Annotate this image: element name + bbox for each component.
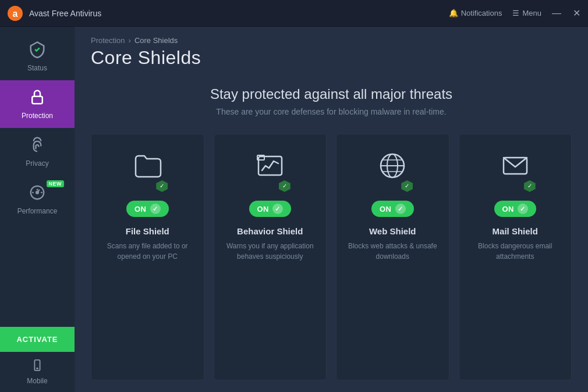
- sidebar-item-status[interactable]: Status: [0, 33, 75, 80]
- svg-point-4: [36, 191, 38, 194]
- shields-grid: ✓ ON ✓ File Shield Scans any file added …: [75, 134, 588, 392]
- lock-icon: [29, 88, 46, 108]
- minimize-button[interactable]: —: [552, 9, 561, 18]
- breadcrumb-separator: ›: [129, 36, 131, 45]
- mail-shield-name: Mail Shield: [493, 226, 538, 236]
- behavior-shield-check: ✓: [278, 180, 291, 193]
- hero-section: Stay protected against all major threats…: [75, 80, 588, 134]
- mail-shield-card[interactable]: ✓ ON ✓ Mail Shield Blocks dangerous emai…: [459, 134, 572, 380]
- file-shield-status: ON: [134, 205, 147, 213]
- sidebar-item-protection[interactable]: Protection: [0, 80, 75, 128]
- breadcrumb-current: Core Shields: [134, 36, 178, 45]
- menu-button[interactable]: ☰ Menu: [512, 9, 541, 17]
- page-title: Core Shields: [75, 45, 588, 80]
- file-shield-card[interactable]: ✓ ON ✓ File Shield Scans any file added …: [91, 134, 204, 380]
- web-shield-check-circle: ✓: [395, 204, 406, 214]
- behavior-shield-icon-wrap: ✓: [249, 151, 291, 193]
- bell-icon: 🔔: [449, 9, 458, 17]
- file-shield-check: ✓: [155, 180, 168, 193]
- hamburger-icon: ☰: [512, 9, 519, 17]
- sidebar: Status Protection: [0, 27, 75, 392]
- mail-shield-desc: Blocks dangerous email attachments: [469, 241, 562, 262]
- avast-logo: a: [7, 5, 23, 22]
- web-shield-toggle[interactable]: ON ✓: [371, 201, 414, 217]
- file-shield-name: File Shield: [126, 226, 169, 236]
- file-shield-desc: Scans any file added to or opened on you…: [101, 241, 194, 262]
- web-shield-card[interactable]: ✓ ON ✓ Web Shield Blocks web attacks & u…: [336, 134, 449, 380]
- mail-shield-toggle[interactable]: ON ✓: [494, 201, 537, 217]
- web-shield-check: ✓: [401, 180, 413, 193]
- mobile-icon: [31, 359, 44, 373]
- shield-check-icon: [29, 41, 46, 60]
- web-shield-name: Web Shield: [369, 226, 416, 236]
- file-shield-icon-wrap: ✓: [126, 151, 168, 193]
- app-title: Avast Free Antivirus: [29, 9, 449, 18]
- titlebar: a Avast Free Antivirus 🔔 Notifications ☰…: [0, 0, 588, 27]
- behavior-shield-name: Behavior Shield: [237, 226, 303, 236]
- svg-rect-2: [32, 97, 42, 104]
- sidebar-item-performance[interactable]: NEW Performance: [0, 176, 75, 223]
- activate-button[interactable]: ACTIVATE: [0, 327, 75, 352]
- hero-title: Stay protected against all major threats: [98, 86, 565, 102]
- mail-shield-check-circle: ✓: [518, 204, 528, 214]
- sidebar-performance-label: Performance: [17, 207, 58, 215]
- web-shield-status: ON: [380, 205, 392, 213]
- sidebar-item-privacy[interactable]: Privacy: [0, 128, 75, 176]
- sidebar-status-label: Status: [27, 64, 47, 72]
- web-shield-icon-wrap: ✓: [371, 151, 413, 193]
- sidebar-item-mobile[interactable]: Mobile: [0, 352, 75, 392]
- file-shield-check-circle: ✓: [150, 204, 161, 214]
- close-button[interactable]: ✕: [572, 9, 581, 18]
- svg-point-6: [37, 368, 38, 369]
- mail-shield-status: ON: [502, 205, 515, 213]
- sidebar-privacy-label: Privacy: [26, 159, 48, 168]
- new-badge: NEW: [47, 180, 65, 187]
- main-layout: Status Protection: [0, 27, 588, 392]
- behavior-shield-card[interactable]: ✓ ON ✓ Behavior Shield Warns you if any …: [214, 134, 327, 380]
- sidebar-mobile-label: Mobile: [27, 377, 47, 385]
- mail-shield-check: ✓: [523, 180, 536, 193]
- web-shield-desc: Blocks web attacks & unsafe downloads: [346, 241, 440, 262]
- behavior-shield-desc: Warns you if any application behaves sus…: [224, 241, 317, 262]
- svg-text:a: a: [13, 9, 18, 19]
- fingerprint-icon: [29, 136, 46, 156]
- behavior-shield-status: ON: [257, 205, 270, 213]
- behavior-shield-toggle[interactable]: ON ✓: [249, 201, 292, 217]
- sidebar-protection-label: Protection: [22, 112, 53, 120]
- speedometer-icon: [29, 184, 46, 204]
- content-area: Protection › Core Shields Core Shields S…: [75, 27, 588, 392]
- mail-shield-icon-wrap: ✓: [494, 151, 536, 193]
- breadcrumb-parent[interactable]: Protection: [91, 36, 125, 45]
- hero-subtitle: These are your core defenses for blockin…: [98, 107, 565, 116]
- titlebar-actions: 🔔 Notifications ☰ Menu — ✕: [449, 9, 581, 18]
- notifications-button[interactable]: 🔔 Notifications: [449, 9, 502, 17]
- behavior-shield-check-circle: ✓: [272, 204, 283, 214]
- file-shield-toggle[interactable]: ON ✓: [126, 201, 169, 217]
- breadcrumb: Protection › Core Shields: [75, 27, 588, 45]
